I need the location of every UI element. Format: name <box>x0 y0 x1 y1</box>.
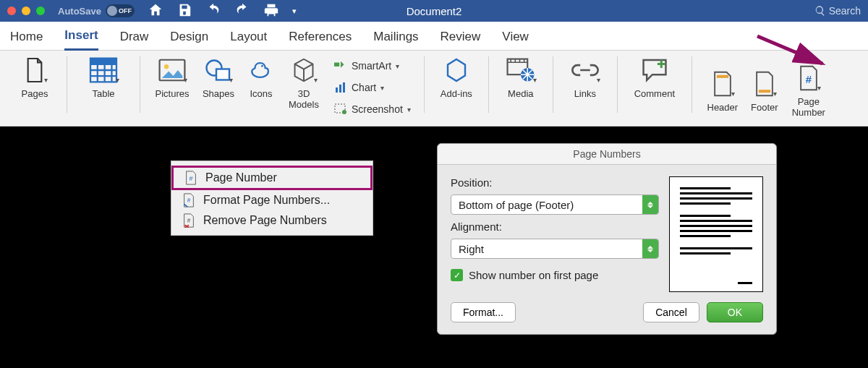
header-button[interactable]: ▾ Header <box>702 67 743 113</box>
chevron-down-icon: ▾ <box>184 76 187 84</box>
tab-references[interactable]: References <box>289 30 352 50</box>
tab-layout[interactable]: Layout <box>230 30 267 50</box>
3d-models-label: 3D Models <box>289 88 319 110</box>
chevron-down-icon: ▾ <box>380 84 384 92</box>
menu-page-number[interactable]: # Page Number <box>171 166 373 190</box>
chevron-down-icon: ▾ <box>116 76 119 84</box>
pictures-button[interactable]: ▾ Pictures <box>150 54 194 99</box>
save-icon[interactable] <box>176 2 192 20</box>
toggle-knob-icon <box>107 6 117 16</box>
link-icon <box>571 60 599 80</box>
chart-button[interactable]: Chart▾ <box>331 78 414 97</box>
page-number-button[interactable]: #▾ Page Number <box>786 61 831 118</box>
select-arrows-icon <box>642 239 658 258</box>
menu-format-page-numbers[interactable]: # Format Page Numbers... <box>171 190 373 210</box>
show-first-page-checkbox[interactable]: ✓ Show number on first page <box>451 269 659 281</box>
alignment-select[interactable]: Right <box>451 239 659 259</box>
chevron-down-icon: ▾ <box>407 106 411 114</box>
search-placeholder: Search <box>829 5 861 17</box>
select-arrows-icon <box>642 195 658 214</box>
screenshot-icon <box>334 103 347 116</box>
table-icon <box>89 57 118 83</box>
menu-remove-page-numbers[interactable]: # Remove Page Numbers <box>171 210 373 231</box>
addins-label: Add-ins <box>441 88 472 99</box>
page-icon <box>23 56 46 84</box>
footer-icon <box>754 70 775 98</box>
screenshot-label: Screenshot <box>352 103 403 115</box>
home-icon[interactable] <box>148 2 163 20</box>
redo-icon[interactable] <box>234 2 250 20</box>
icons-button[interactable]: Icons <box>243 54 279 99</box>
tab-mailings[interactable]: Mailings <box>373 30 418 50</box>
format-button[interactable]: Format... <box>451 302 516 322</box>
picture-icon <box>158 59 186 82</box>
pages-button[interactable]: ▾ Pages <box>13 54 56 99</box>
position-value: Bottom of page (Footer) <box>459 199 574 211</box>
chevron-down-icon: ▾ <box>396 62 399 70</box>
chevron-down-icon: ▾ <box>773 90 777 98</box>
svg-text:#: # <box>806 73 812 85</box>
alignment-value: Right <box>459 243 484 255</box>
tab-home[interactable]: Home <box>10 30 43 50</box>
comment-button[interactable]: Comment <box>628 54 681 99</box>
ok-button[interactable]: OK <box>707 302 763 322</box>
table-label: Table <box>92 88 114 99</box>
search-box[interactable]: Search <box>814 5 861 17</box>
tab-view[interactable]: View <box>502 30 529 50</box>
chevron-down-icon: ▾ <box>817 84 821 92</box>
screenshot-button[interactable]: Screenshot▾ <box>331 100 414 119</box>
pages-label: Pages <box>22 88 48 99</box>
3d-models-button[interactable]: ▾ 3D Models <box>282 54 326 110</box>
menu-page-number-label: Page Number <box>205 171 277 184</box>
tab-design[interactable]: Design <box>170 30 208 50</box>
chart-label: Chart <box>352 82 376 93</box>
hexagon-icon <box>443 57 469 83</box>
svg-rect-7 <box>334 63 339 67</box>
media-label: Media <box>508 88 533 99</box>
dialog-title: Page Numbers <box>438 144 776 165</box>
svg-point-3 <box>164 64 169 69</box>
maximize-window-icon[interactable] <box>36 7 45 15</box>
page-number-dropdown: # Page Number # Format Page Numbers... #… <box>171 161 373 236</box>
close-window-icon[interactable] <box>7 7 16 15</box>
autosave-switch[interactable]: OFF <box>106 4 135 17</box>
media-button[interactable]: ▾ Media <box>499 54 542 99</box>
svg-text:#: # <box>187 218 191 224</box>
comment-label: Comment <box>634 88 675 99</box>
ribbon-tabs: Home Insert Draw Design Layout Reference… <box>0 22 868 51</box>
tab-insert[interactable]: Insert <box>64 28 98 51</box>
chart-icon <box>334 81 347 94</box>
page-number-label: Page Number <box>792 96 825 118</box>
tab-draw[interactable]: Draw <box>120 30 149 50</box>
svg-rect-15 <box>717 74 728 77</box>
cancel-button[interactable]: Cancel <box>643 302 699 322</box>
page-number-icon: # <box>798 64 820 92</box>
qat-customize-icon[interactable]: ▾ <box>292 7 297 16</box>
smartart-icon <box>334 59 347 72</box>
minimize-window-icon[interactable] <box>22 7 30 15</box>
svg-rect-9 <box>339 85 341 93</box>
page-format-icon: # <box>182 193 196 207</box>
links-button[interactable]: ▾ Links <box>563 54 607 99</box>
chevron-down-icon: ▾ <box>533 76 537 84</box>
page-numbers-dialog: Page Numbers Position: Bottom of page (F… <box>437 143 777 335</box>
document-title: Document2 <box>407 5 462 17</box>
shapes-button[interactable]: ▾ Shapes <box>197 54 240 99</box>
footer-button[interactable]: ▾ Footer <box>744 67 785 113</box>
addins-button[interactable]: Add-ins <box>435 54 478 99</box>
pictures-label: Pictures <box>156 88 190 99</box>
smartart-button[interactable]: SmartArt▾ <box>331 56 414 75</box>
tab-review[interactable]: Review <box>441 30 481 50</box>
shapes-icon <box>205 58 231 82</box>
autosave-toggle[interactable]: AutoSave OFF <box>58 4 135 17</box>
ribbon: ▾ Pages ▾ Table ▾ Pictures ▾ Shapes Icon… <box>0 51 868 127</box>
table-button[interactable]: ▾ Table <box>77 54 129 99</box>
media-icon <box>506 58 535 82</box>
links-label: Links <box>574 88 596 99</box>
search-icon <box>814 5 826 17</box>
header-icon <box>712 70 733 98</box>
position-select[interactable]: Bottom of page (Footer) <box>451 194 659 215</box>
chevron-down-icon: ▾ <box>731 90 735 98</box>
undo-icon[interactable] <box>205 2 221 20</box>
print-icon[interactable] <box>263 2 279 20</box>
